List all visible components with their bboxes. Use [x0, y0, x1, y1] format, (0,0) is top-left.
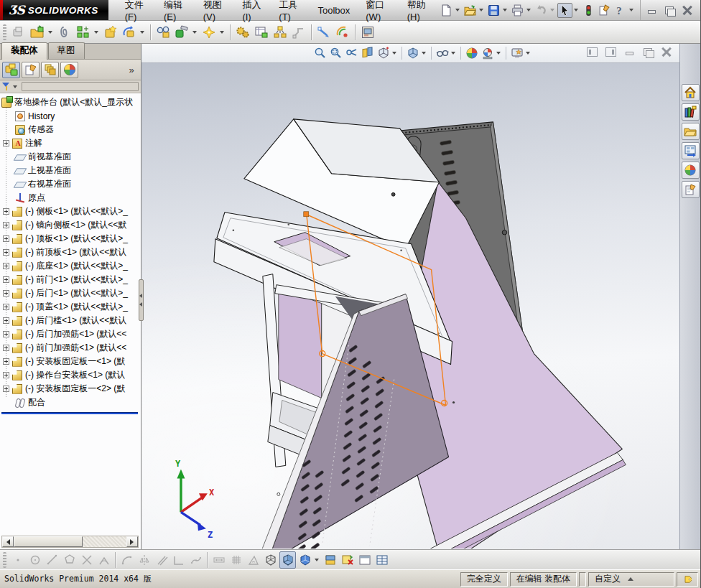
side-panel-component[interactable] [396, 182, 626, 549]
expand-toggle[interactable] [3, 235, 9, 242]
tree-item[interactable]: 原点 [0, 191, 141, 205]
tree-item[interactable]: (-) 安装板固定板一<1> (默 [0, 355, 141, 368]
menu-edit[interactable]: 编辑(E) [156, 0, 195, 20]
help-icon[interactable]: ? [613, 3, 628, 18]
view-palette-icon[interactable] [682, 142, 700, 159]
toolbar-grip[interactable] [3, 24, 6, 40]
displaymanager-tab[interactable] [60, 62, 78, 78]
grid-system-icon[interactable] [228, 551, 244, 569]
tree-item[interactable]: (-) 顶板<1> (默认<<默认>_ [0, 232, 141, 246]
scroll-right-arrow[interactable] [126, 536, 138, 547]
line-icon[interactable] [44, 551, 60, 569]
scroll-left-arrow[interactable] [2, 536, 14, 547]
corner-rectangle-icon[interactable] [170, 551, 187, 569]
panel-horizontal-scrollbar[interactable] [1, 536, 139, 548]
expand-toggle[interactable] [3, 249, 9, 256]
expand-toggle[interactable] [3, 290, 9, 297]
zoom-to-fit-icon[interactable] [312, 45, 328, 61]
exploded-view-icon[interactable] [271, 23, 289, 42]
help-caret[interactable] [629, 9, 633, 11]
expand-toggle[interactable] [3, 304, 9, 310]
doc-close-button[interactable] [661, 47, 672, 57]
tree-item[interactable]: (-) 顶盖<1> (默认<<默认>_ [0, 300, 141, 314]
tree-item[interactable]: 右视基准面 [0, 177, 141, 191]
tree-item[interactable]: (-) 前顶板<1> (默认<<默认 [0, 246, 141, 259]
insert-components-icon[interactable] [29, 23, 46, 42]
custom-dropdown[interactable]: 自定义 [588, 572, 674, 587]
zoom-to-area-icon[interactable] [328, 45, 344, 61]
expand-toggle[interactable] [3, 208, 9, 215]
assembly-visualization-icon[interactable] [339, 551, 356, 569]
tree-item-root[interactable]: 落地操作台 (默认<默认_显示状 [0, 95, 141, 109]
menu-tools[interactable]: 工具(T) [271, 0, 310, 20]
menu-insert[interactable]: 插入(I) [234, 0, 271, 20]
view-settings-caret[interactable] [526, 52, 530, 55]
file-explorer-icon[interactable] [682, 123, 700, 140]
rebuild-icon[interactable] [581, 3, 596, 18]
view-orientation-icon[interactable] [376, 45, 391, 61]
tree-item[interactable]: (-) 镜向侧板<1> (默认<<默 [0, 218, 141, 232]
large-assembly-mode-icon[interactable] [359, 23, 376, 42]
design-library-icon[interactable] [682, 103, 700, 121]
tree-item[interactable]: History [0, 109, 141, 123]
spline-icon[interactable] [187, 551, 204, 569]
menu-help[interactable]: 帮助(H) [399, 0, 439, 20]
custom-properties-icon[interactable] [682, 181, 700, 198]
tab-sketch[interactable]: 草图 [48, 42, 85, 59]
expand-toggle[interactable] [3, 358, 9, 365]
show-hidden-components-icon[interactable] [154, 23, 172, 42]
edit-appearance-icon[interactable] [464, 45, 480, 61]
tree-item[interactable]: (-) 侧板<1> (默认<<默认>_ [0, 205, 141, 218]
model-scene[interactable]: Y X Z [141, 44, 679, 549]
explode-line-sketch-icon[interactable] [290, 23, 307, 42]
print-icon[interactable] [510, 3, 525, 18]
filter-icon[interactable] [2, 83, 10, 90]
open-caret[interactable] [479, 9, 483, 11]
expand-toggle[interactable] [3, 263, 9, 269]
view-orientation-caret[interactable] [392, 52, 396, 55]
file-properties-icon[interactable] [597, 3, 612, 18]
doc-restore-button[interactable] [643, 47, 654, 57]
edit-component-icon[interactable] [10, 23, 27, 42]
reference-geometry-caret[interactable] [220, 31, 224, 34]
close-button[interactable] [682, 6, 693, 15]
circle-icon[interactable] [27, 551, 43, 569]
tree-item[interactable]: (-) 前门<1> (默认<<默认>_ [0, 273, 141, 286]
undo-caret[interactable] [550, 9, 554, 11]
propertymanager-tab[interactable] [22, 62, 40, 78]
view-cube-caret[interactable] [315, 559, 319, 561]
point-icon[interactable] [9, 551, 26, 569]
pane-left-icon[interactable] [587, 47, 598, 57]
polygon-icon[interactable] [61, 551, 78, 569]
new-motion-study-icon[interactable] [234, 23, 251, 42]
featuremanager-tree-tab[interactable] [2, 62, 20, 78]
doc-minimize-button[interactable] [624, 47, 635, 57]
hide-show-caret[interactable] [451, 52, 455, 55]
linear-pattern-caret[interactable] [94, 31, 98, 34]
task-pane-window-icon[interactable] [356, 551, 373, 569]
solidworks-resources-icon[interactable] [682, 84, 700, 101]
select-caret[interactable] [574, 9, 578, 11]
save-icon[interactable] [486, 3, 501, 18]
graphics-viewport[interactable]: Y X Z [141, 44, 679, 549]
expand-toggle[interactable] [3, 222, 9, 228]
menu-toolbox[interactable]: Toolbox [310, 0, 358, 20]
toolbar-grip[interactable] [3, 552, 6, 568]
tag-segment[interactable] [677, 572, 698, 587]
open-icon[interactable] [463, 3, 478, 18]
panel-splitter-handle[interactable] [139, 279, 144, 321]
tree-item[interactable]: (-) 后门加强筋<1> (默认<< [0, 327, 141, 341]
menu-view[interactable]: 视图(V) [195, 0, 235, 20]
section-view-toggle-icon[interactable] [322, 551, 338, 569]
hide-show-items-icon[interactable] [435, 45, 450, 61]
scroll-track[interactable] [83, 536, 126, 547]
display-style-caret[interactable] [422, 52, 426, 55]
expand-toggle[interactable] [3, 140, 9, 146]
sketch-fillet-icon[interactable] [96, 551, 112, 569]
linear-component-pattern-icon[interactable] [75, 23, 92, 42]
tangent-arc-icon[interactable] [119, 551, 135, 569]
move-component-caret[interactable] [140, 31, 144, 34]
minimize-button[interactable] [646, 6, 657, 15]
filter-caret[interactable] [13, 85, 17, 88]
tree-item-mates[interactable]: 配合 [0, 396, 141, 409]
